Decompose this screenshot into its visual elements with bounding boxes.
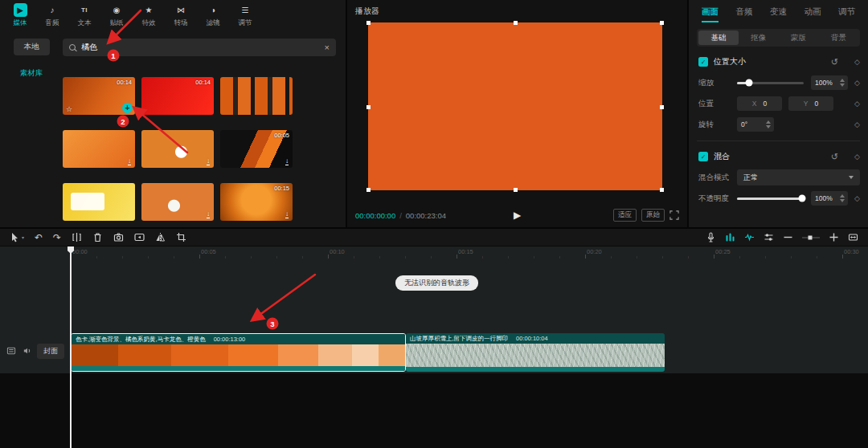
slider-knob[interactable] <box>745 79 752 87</box>
crop-icon[interactable] <box>176 232 186 242</box>
download-icon[interactable]: ↓ <box>285 211 289 218</box>
toolbar-item-adjust[interactable]: ☰ 调节 <box>230 3 260 31</box>
thumbnail[interactable]: ↓ <box>141 130 214 168</box>
cover-button[interactable]: 封面 <box>37 344 64 359</box>
clip-orange-gradient[interactable]: 色卡,渐变色背景、橘色系奶黄,马卡龙色、橙黄色 00:00:13:00 <box>71 333 406 372</box>
position-size-checkbox[interactable]: ✓ <box>698 57 708 67</box>
thumbnail[interactable]: 00:15 ↓ <box>220 183 293 221</box>
resize-handle[interactable] <box>514 188 518 192</box>
nav-material-library-button[interactable]: 素材库 <box>20 68 43 79</box>
toolbar-item-media[interactable]: ▶ 媒体 <box>5 3 35 31</box>
clear-search-icon[interactable]: × <box>325 43 330 52</box>
tab-audio[interactable]: 音频 <box>736 6 753 22</box>
favorite-star-icon[interactable]: ☆ <box>66 105 72 113</box>
rotate-value-field[interactable]: 0° <box>737 117 774 132</box>
mirror-icon[interactable] <box>155 232 166 242</box>
fit-button[interactable]: 适应 <box>613 209 637 222</box>
stepper[interactable] <box>840 79 845 87</box>
toolbar-item-transition[interactable]: ⋈ 转场 <box>166 3 196 31</box>
mute-icon[interactable] <box>23 346 32 356</box>
fullscreen-icon[interactable] <box>669 210 679 220</box>
reset-icon[interactable]: ↺ <box>831 152 838 162</box>
subtab-cutout[interactable]: 抠像 <box>739 31 779 45</box>
thumbnail[interactable]: ↓ <box>141 183 214 221</box>
tab-speed[interactable]: 变速 <box>770 6 787 22</box>
position-y-field[interactable]: Y 0 <box>788 96 833 111</box>
slider-knob[interactable] <box>808 235 812 239</box>
play-button[interactable]: ▶ <box>514 210 521 221</box>
slider-knob[interactable] <box>798 195 805 202</box>
reset-icon[interactable]: ↺ <box>831 57 838 67</box>
position-x-field[interactable]: X 0 <box>737 96 782 111</box>
toolbar-item-effects[interactable]: ★ 特效 <box>133 3 164 31</box>
subtab-background[interactable]: 背景 <box>818 31 858 45</box>
resize-handle[interactable] <box>660 105 664 109</box>
toolbar-item-audio[interactable]: ♪ 音频 <box>37 3 68 31</box>
blend-checkbox[interactable]: ✓ <box>698 152 708 161</box>
reverse-icon[interactable] <box>134 232 145 242</box>
thumbnail[interactable] <box>220 77 293 115</box>
resize-handle[interactable] <box>660 21 664 25</box>
thumbnail[interactable]: 00:14 ☆ + <box>63 77 135 115</box>
clip-snow-footprints[interactable]: 山坡厚厚积雪上,留下调皮的一行脚印 00:00:10:04 <box>406 333 665 372</box>
tab-picture[interactable]: 画面 <box>702 6 719 22</box>
split-icon[interactable] <box>72 232 82 242</box>
scale-slider[interactable] <box>737 82 804 84</box>
search-bar[interactable]: × <box>63 39 336 56</box>
toolbar-item-text[interactable]: TI 文本 <box>69 3 100 31</box>
toolbar-item-filter[interactable]: ◑ 滤镜 <box>198 3 228 31</box>
add-to-track-button[interactable]: + <box>122 103 133 113</box>
thumbnail[interactable]: 00:14 <box>141 77 214 115</box>
blend-mode-dropdown[interactable]: 正常 <box>737 169 860 185</box>
resize-handle[interactable] <box>366 21 371 25</box>
scale-value-field[interactable]: 100% <box>811 75 848 90</box>
keyframe-icon[interactable]: ◇ <box>854 120 860 128</box>
tab-adjust[interactable]: 调节 <box>838 6 855 22</box>
waveform-icon[interactable] <box>744 232 755 242</box>
zoom-out-icon[interactable] <box>783 232 793 242</box>
track-options-icon[interactable] <box>6 346 16 356</box>
subtab-mask[interactable]: 蒙版 <box>779 31 819 45</box>
stepper[interactable] <box>766 120 771 128</box>
keyframe-icon[interactable]: ◇ <box>854 100 860 108</box>
thumbnail[interactable]: 00:05 ↓ <box>220 130 293 168</box>
fit-timeline-icon[interactable] <box>848 232 858 242</box>
toolbar-item-sticker[interactable]: ◉ 贴纸 <box>101 3 132 31</box>
mixer-icon[interactable] <box>764 232 774 242</box>
select-tool-icon[interactable]: ▾ <box>10 232 24 242</box>
keyframe-icon[interactable]: ◇ <box>854 153 860 161</box>
zoom-in-icon[interactable] <box>829 232 839 242</box>
download-icon[interactable]: ↓ <box>207 211 210 218</box>
freeze-frame-icon[interactable] <box>113 232 124 242</box>
tab-animation[interactable]: 动画 <box>805 6 821 22</box>
thumbnail[interactable] <box>63 183 135 221</box>
keyframe-icon[interactable]: ◇ <box>854 194 860 202</box>
resize-handle[interactable] <box>366 105 371 109</box>
stepper[interactable] <box>840 194 845 202</box>
position-row: 位置 X 0 Y 0 ◇ <box>698 93 860 114</box>
opacity-slider[interactable] <box>737 198 804 200</box>
playhead[interactable] <box>70 246 72 448</box>
download-icon[interactable]: ↓ <box>128 158 131 165</box>
resize-handle[interactable] <box>514 21 518 25</box>
search-input[interactable] <box>81 43 319 52</box>
delete-icon[interactable] <box>92 232 103 242</box>
opacity-value-field[interactable]: 100% <box>811 191 848 206</box>
audio-levels-icon[interactable] <box>725 232 735 242</box>
resize-handle[interactable] <box>660 188 664 192</box>
undo-icon[interactable]: ↶ <box>35 233 43 242</box>
microphone-icon[interactable] <box>706 232 716 242</box>
nav-local-button[interactable]: 本地 <box>14 39 50 55</box>
download-icon[interactable]: ↓ <box>285 158 289 165</box>
redo-icon[interactable]: ↷ <box>53 233 61 242</box>
thumbnail[interactable]: ↓ <box>63 130 135 168</box>
timeline-ruler[interactable]: 00:00 00:05 00:10 00:15 00:20 00:25 00:3… <box>0 246 868 259</box>
preview-canvas[interactable] <box>368 22 662 190</box>
keyframe-icon[interactable]: ◇ <box>854 79 860 87</box>
resize-handle[interactable] <box>366 188 371 192</box>
subtab-basic[interactable]: 基础 <box>698 31 739 45</box>
keyframe-icon[interactable]: ◇ <box>854 58 860 66</box>
original-size-button[interactable]: 原始 <box>641 209 665 222</box>
timeline-zoom-slider[interactable] <box>802 237 820 238</box>
download-icon[interactable]: ↓ <box>207 158 210 165</box>
